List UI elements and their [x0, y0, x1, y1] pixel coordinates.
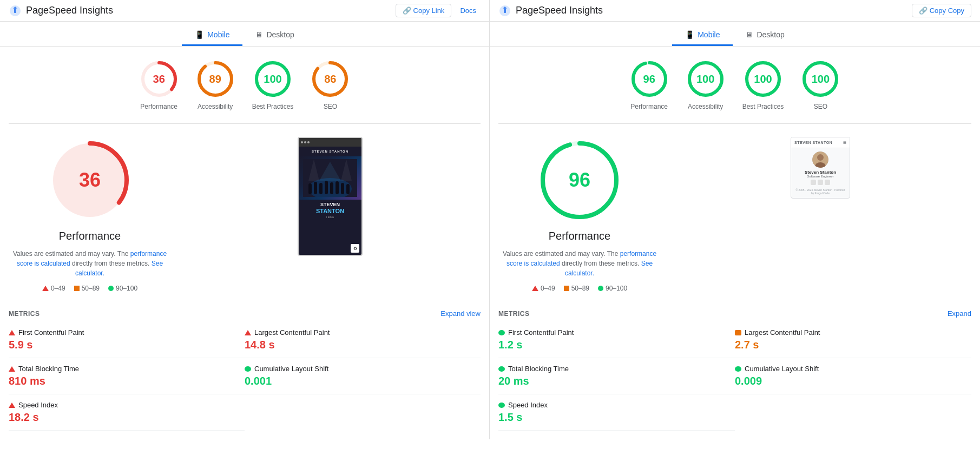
- right-main-content: 96 Performance Values are estimated and …: [490, 124, 980, 305]
- right-perf-score-link[interactable]: performance score is calculated: [507, 250, 656, 267]
- right-link-icon: 🔗: [919, 6, 928, 15]
- left-metric-fcp: First Contentful Paint 5.9 s: [9, 322, 245, 358]
- right-metrics-title: METRICS: [498, 310, 530, 318]
- left-tab-desktop[interactable]: 🖥 Desktop: [242, 26, 307, 46]
- docs-button[interactable]: Docs: [456, 4, 481, 17]
- left-metric-si-header: Speed Index: [9, 401, 245, 409]
- left-cls-indicator: [245, 366, 251, 372]
- right-preview-title: STEVEN STANTON: [794, 141, 832, 144]
- right-lcp-indicator: [735, 330, 741, 335]
- right-legend-triangle-icon: [532, 286, 538, 291]
- left-score-label-performance: Performance: [140, 103, 177, 110]
- left-big-score-title: Performance: [59, 230, 121, 242]
- right-si-indicator: [498, 403, 505, 408]
- right-copy-link-button[interactable]: 🔗 Copy Copy: [912, 4, 971, 17]
- left-fcp-indicator: [9, 330, 15, 335]
- left-legend-orange: 50–89: [74, 285, 100, 292]
- right-cls-indicator: [735, 366, 741, 372]
- left-score-note: Values are estimated and may vary. The p…: [9, 249, 171, 278]
- right-preview-footer: © 2005 - 2024 Steven Stanton · Powered b…: [794, 188, 846, 195]
- right-preview-menu-icon: ≡: [843, 140, 846, 146]
- right-calc-link[interactable]: See calculator.: [565, 260, 653, 277]
- right-score-circle-accessibility: 100: [686, 60, 725, 98]
- left-metrics-section: METRICS Expand view First Contentful Pai…: [0, 305, 489, 439]
- right-logo: PageSpeed Insights: [498, 4, 603, 17]
- left-metric-lcp: Largest Contentful Paint 14.8 s: [245, 322, 481, 358]
- left-big-score-value: 36: [79, 169, 101, 192]
- left-tbt-indicator: [9, 366, 15, 372]
- right-score-label-performance: Performance: [630, 103, 668, 110]
- right-logo-text: PageSpeed Insights: [516, 5, 603, 16]
- left-si-name: Speed Index: [18, 401, 58, 409]
- right-score-note: Values are estimated and may vary. The p…: [498, 249, 661, 278]
- left-logo-text: PageSpeed Insights: [26, 5, 113, 16]
- left-big-score-area: 36 Performance Values are estimated and …: [9, 137, 171, 292]
- right-preview-person-title: Software Engineer: [807, 175, 833, 178]
- svg-rect-17: [325, 181, 328, 194]
- left-copy-link-button[interactable]: 🔗 Copy Link: [396, 4, 452, 17]
- right-top-actions: 🔗 Copy Copy: [912, 4, 971, 17]
- svg-rect-26: [504, 8, 506, 13]
- right-big-circle: 96: [536, 137, 623, 223]
- right-tabs: 📱 Mobile 🖥 Desktop: [490, 22, 980, 47]
- left-metrics-grid: First Contentful Paint 5.9 s Largest Con…: [9, 322, 481, 431]
- left-calc-link[interactable]: See calculator.: [75, 260, 163, 277]
- svg-rect-16: [319, 183, 323, 194]
- right-metrics-section: METRICS Expand First Contentful Paint 1.…: [490, 305, 980, 439]
- right-big-score-value: 96: [569, 169, 590, 192]
- left-screenshot-firstname: STEVEN: [301, 202, 359, 208]
- left-tbt-value: 810 ms: [9, 375, 245, 387]
- left-metric-tbt-header: Total Blocking Time: [9, 365, 245, 373]
- mobile-tab-label: Mobile: [207, 30, 229, 39]
- left-metrics-header: METRICS Expand view: [9, 305, 481, 322]
- svg-rect-14: [308, 183, 312, 194]
- right-legend-green-label: 90–100: [606, 285, 627, 292]
- left-score-circle-seo: 86: [311, 60, 350, 98]
- right-score-value-performance: 96: [643, 73, 655, 85]
- right-scores-row: 96 Performance 100 Accessibility 1: [490, 47, 980, 123]
- right-score-value-accessibility: 100: [696, 73, 714, 85]
- right-metric-si-header: Speed Index: [498, 401, 735, 409]
- left-legend-square-icon: [74, 286, 80, 291]
- left-screenshot-iam: i am a: [301, 215, 359, 219]
- right-tab-desktop[interactable]: 🖥 Desktop: [733, 26, 797, 46]
- right-expand-button[interactable]: Expand: [948, 309, 971, 318]
- left-expand-button[interactable]: Expand view: [440, 309, 481, 318]
- right-panel: PageSpeed Insights 🔗 Copy Copy 📱 Mobile …: [490, 0, 980, 439]
- left-perf-score-link[interactable]: performance score is calculated: [17, 250, 167, 267]
- left-screenshot-title-text: STEVEN STANTON: [302, 150, 358, 153]
- right-topbar: PageSpeed Insights 🔗 Copy Copy: [490, 0, 980, 22]
- left-tab-mobile[interactable]: 📱 Mobile: [182, 26, 242, 46]
- left-score-seo: 86 SEO: [311, 60, 350, 110]
- right-legend-orange-label: 50–89: [571, 285, 589, 292]
- right-score-bestpractices: 100 Best Practices: [742, 60, 784, 110]
- avatar-svg: [812, 151, 828, 168]
- svg-rect-20: [341, 183, 344, 194]
- dot2: [304, 141, 306, 143]
- svg-point-38: [817, 154, 824, 161]
- dot3: [307, 141, 310, 143]
- right-mobile-tab-label: Mobile: [698, 30, 720, 39]
- right-score-seo: 100 SEO: [801, 60, 840, 110]
- right-tab-mobile[interactable]: 📱 Mobile: [672, 26, 733, 46]
- right-fcp-name: First Contentful Paint: [508, 328, 574, 337]
- dot1: [301, 141, 303, 143]
- left-legend-green-label: 90–100: [116, 285, 137, 292]
- right-metric-tbt: Total Blocking Time 20 ms: [498, 358, 735, 394]
- left-screenshot-concert: [299, 156, 361, 200]
- left-screenshot-area: STEVEN STANTON: [180, 137, 481, 292]
- right-score-circle-seo: 100: [801, 60, 840, 98]
- right-big-score-title: Performance: [549, 230, 611, 242]
- right-preview-linkedin-icon: [818, 180, 823, 185]
- svg-rect-21: [346, 184, 350, 194]
- right-legend-red: 0–49: [532, 285, 555, 292]
- right-metric-lcp-header: Largest Contentful Paint: [735, 328, 971, 337]
- right-preview-body: Steven Stanton Software Engineer © 2005 …: [791, 148, 850, 198]
- left-metric-lcp-header: Largest Contentful Paint: [245, 328, 481, 337]
- copy-link-label: Copy Link: [413, 6, 445, 15]
- right-preview-avatar: [812, 151, 828, 168]
- right-metric-fcp-header: First Contentful Paint: [498, 328, 735, 337]
- left-si-value: 18.2 s: [9, 411, 245, 424]
- left-metric-fcp-header: First Contentful Paint: [9, 328, 245, 337]
- left-score-performance: 36 Performance: [140, 60, 179, 110]
